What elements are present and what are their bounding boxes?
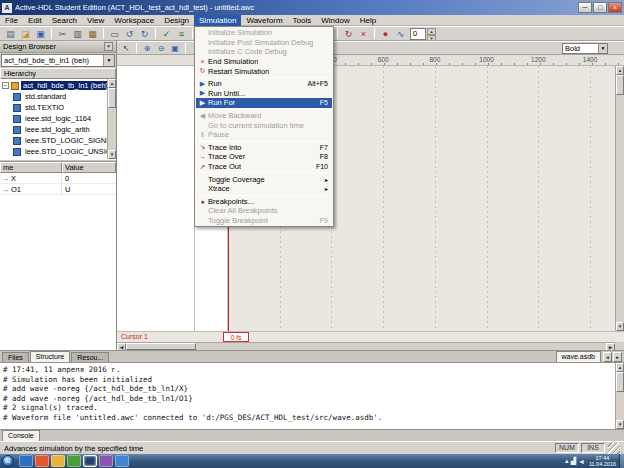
taskbar-app-icon-1[interactable]: [19, 455, 33, 467]
menu-view[interactable]: View: [82, 15, 109, 26]
taskbar-app-icon-2[interactable]: [35, 455, 49, 467]
menu-item-xtrace[interactable]: Xtrace▸: [196, 184, 332, 194]
copy-icon[interactable]: ▥: [71, 27, 84, 40]
collapse-icon[interactable]: −: [2, 82, 9, 89]
tab-resou[interactable]: Resou...: [71, 352, 109, 362]
menu-workspace[interactable]: Workspace: [109, 15, 159, 26]
menu-item-run-until[interactable]: ▶Run Until...: [196, 89, 332, 99]
signal-row[interactable]: →X0: [0, 173, 116, 184]
console-scrollbar[interactable]: ▲ ▼: [615, 363, 624, 429]
menu-waveform[interactable]: Waveform: [241, 15, 287, 26]
menu-item-trace-into[interactable]: ↘Trace IntoF7: [196, 143, 332, 153]
cut-icon[interactable]: ✂: [56, 27, 69, 40]
hidden-icons-arrow-icon[interactable]: ▴: [565, 457, 569, 465]
tab-scroll-left-button[interactable]: ◂: [603, 352, 612, 362]
compile-all-icon[interactable]: ≡: [175, 27, 188, 40]
minimize-button[interactable]: ─: [578, 2, 592, 13]
menu-item-trace-out[interactable]: ↗Trace OutF10: [196, 162, 332, 172]
maximize-button[interactable]: □: [593, 2, 607, 13]
menu-window[interactable]: Window: [316, 15, 354, 26]
compile-icon[interactable]: ✓: [160, 27, 173, 40]
zoom-out-icon[interactable]: ⊖: [155, 42, 167, 54]
zoom-fit-icon[interactable]: ▣: [169, 42, 181, 54]
tree-item-std-textio[interactable]: std.TEXTIO: [0, 102, 107, 113]
taskbar-app-icon-7[interactable]: [115, 455, 129, 467]
open-folder-icon[interactable]: ◪: [19, 27, 32, 40]
scroll-up-button[interactable]: ▲: [616, 363, 624, 372]
spin-up-icon[interactable]: ▲: [427, 28, 436, 35]
chevron-down-icon[interactable]: ▼: [598, 44, 607, 53]
menu-help[interactable]: Help: [355, 15, 381, 26]
waveform-vertical-scrollbar[interactable]: ▲ ▼: [615, 66, 624, 331]
tab-structure[interactable]: Structure: [30, 351, 70, 362]
menu-search[interactable]: Search: [47, 15, 82, 26]
scroll-down-button[interactable]: ▼: [616, 420, 624, 429]
menu-item-toggle-coverage[interactable]: Toggle Coverage▸: [196, 174, 332, 184]
taskbar-app-icon-4[interactable]: [67, 455, 81, 467]
tree-item-ieee-std-logic-signed[interactable]: ieee.STD_LOGIC_SIGNED: [0, 135, 107, 146]
menu-item-restart-simulation[interactable]: ↻Restart Simulation: [196, 66, 332, 76]
menu-file[interactable]: File: [0, 15, 23, 26]
scrollbar-thumb[interactable]: [126, 343, 196, 350]
end-simulation-icon[interactable]: ×: [357, 27, 370, 40]
resize-grip[interactable]: [608, 443, 620, 454]
tab-scroll-right-button[interactable]: ▸: [613, 352, 622, 362]
taskbar-app-icon-3[interactable]: [51, 455, 65, 467]
scrollbar-thumb[interactable]: [616, 372, 624, 392]
menu-item-end-simulation[interactable]: ×End Simulation: [196, 57, 332, 67]
tree-item-ieee-std-logic-1164[interactable]: ieee.std_logic_1164: [0, 113, 107, 124]
tree-item-act-hdl-bde-tb-ln1-beh[interactable]: −act_hdl_bde_tb_ln1 (beh): [0, 80, 107, 91]
scroll-down-button[interactable]: ▼: [616, 322, 624, 331]
menu-simulation[interactable]: Simulation: [194, 15, 241, 26]
print-icon[interactable]: ▭: [108, 27, 121, 40]
restart-simulation-icon[interactable]: ↻: [342, 27, 355, 40]
waveform-horizontal-scrollbar[interactable]: ◀ ▶: [117, 342, 615, 350]
paste-icon[interactable]: ▦: [86, 27, 99, 40]
signal-column-header[interactable]: me: [0, 162, 62, 173]
start-button[interactable]: ⊞: [2, 455, 14, 467]
scroll-up-button[interactable]: ▲: [108, 79, 116, 88]
close-panel-button[interactable]: ×: [104, 42, 113, 51]
network-icon[interactable]: ▟: [571, 457, 576, 465]
scrollbar-track[interactable]: [108, 108, 116, 150]
tab-files[interactable]: Files: [2, 352, 29, 362]
show-desktop-button[interactable]: [619, 454, 624, 468]
tree-scrollbar[interactable]: ▲ ▼: [107, 79, 116, 159]
menu-design[interactable]: Design: [159, 15, 194, 26]
save-icon[interactable]: ▣: [34, 27, 47, 40]
menu-item-run-for[interactable]: ▶Run ForF5: [196, 98, 332, 108]
new-document-icon[interactable]: ▤: [4, 27, 17, 40]
tree-item-ieee-std-logic-unsigned[interactable]: ieee.STD_LOGIC_UNSIGNED: [0, 146, 107, 157]
undo-icon[interactable]: ↺: [123, 27, 136, 40]
menu-edit[interactable]: Edit: [23, 15, 47, 26]
waveform-icon[interactable]: ∿: [394, 27, 407, 40]
scrollbar-track[interactable]: [196, 343, 606, 350]
hierarchy-header[interactable]: Hierarchy: [0, 68, 116, 79]
close-button[interactable]: ×: [608, 2, 622, 13]
breakpoint-icon[interactable]: ●: [379, 27, 392, 40]
scrollbar-track[interactable]: [616, 392, 624, 420]
pointer-icon[interactable]: ↖: [120, 42, 132, 54]
font-style-select[interactable]: Bold ▼: [562, 43, 608, 54]
taskbar-app-icon-5[interactable]: [83, 455, 97, 467]
signal-row[interactable]: →O1U: [0, 184, 116, 195]
menu-item-trace-over[interactable]: →Trace OverF8: [196, 152, 332, 162]
scroll-down-button[interactable]: ▼: [108, 150, 116, 159]
counter-field-spinner[interactable]: ▲▼: [427, 28, 436, 40]
tree-item-ieee-std-logic-arith[interactable]: ieee.std_logic_arith: [0, 124, 107, 135]
volume-icon[interactable]: ◄: [578, 458, 585, 465]
tree-item-std-standard[interactable]: std.standard: [0, 91, 107, 102]
scrollbar-thumb[interactable]: [616, 75, 624, 95]
scrollbar-thumb[interactable]: [108, 88, 116, 108]
tab-wave-asdb[interactable]: wave.asdb: [556, 351, 601, 362]
signal-column-header[interactable]: Value: [62, 162, 116, 173]
menu-item-run[interactable]: ▶RunAlt+F5: [196, 79, 332, 89]
chevron-down-icon[interactable]: ▼: [103, 55, 114, 66]
tab-console[interactable]: Console: [2, 430, 40, 441]
redo-icon[interactable]: ↻: [138, 27, 151, 40]
counter-field[interactable]: 0▲▼: [410, 28, 436, 40]
menu-tools[interactable]: Tools: [288, 15, 317, 26]
top-level-select[interactable]: act_hdl_bde_tb_ln1 (beh) ▼: [1, 54, 115, 67]
taskbar-clock[interactable]: 17:44 11.04.2016: [589, 455, 616, 468]
scrollbar-track[interactable]: [616, 95, 624, 322]
